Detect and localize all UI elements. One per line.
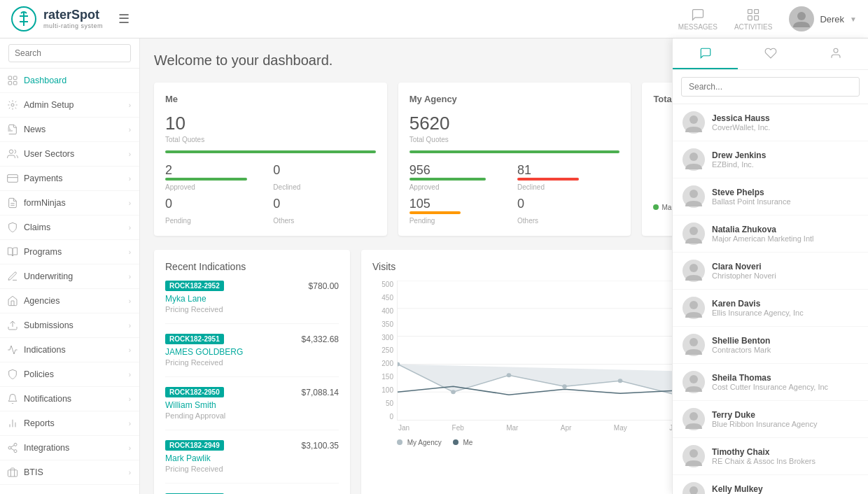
ind-badge[interactable]: ROCK182-2950 bbox=[165, 387, 224, 397]
top-right-actions: MESSAGES ACTIVITIES Derek bbox=[678, 6, 857, 31]
overlay-tab-quotes[interactable] bbox=[673, 38, 738, 69]
ind-name[interactable]: JAMES GOLDBERG bbox=[165, 347, 339, 357]
sidebar-item-policies[interactable]: Policies › bbox=[0, 362, 139, 387]
contact-name: Sheila Thomas bbox=[712, 373, 828, 383]
contact-name: Natalia Zhukova bbox=[712, 225, 814, 234]
overlay-contact-item[interactable]: Drew Jenkins EZBind, Inc. bbox=[673, 141, 868, 178]
agency-others-num: 0 bbox=[517, 197, 620, 211]
chevron-icon-admin-setup: › bbox=[129, 101, 131, 109]
sidebar-item-dashboard[interactable]: Dashboard bbox=[0, 69, 139, 93]
overlay-contact-item[interactable]: Steve Phelps Ballast Point Insurance bbox=[673, 178, 868, 216]
sidebar-item-submissions[interactable]: Submissions › bbox=[0, 313, 139, 338]
contact-company: Cost Cutter Insurance Agency, Inc bbox=[712, 383, 828, 391]
me-declined-lbl: Declined bbox=[273, 183, 375, 191]
sidebar-item-btis[interactable]: BTIS › bbox=[0, 460, 139, 485]
agency-approved-lbl: Approved bbox=[410, 183, 512, 191]
policies-icon bbox=[7, 369, 18, 380]
overlay-contact-item[interactable]: Timothy Chaix RE Chaix & Assoc Ins Broke… bbox=[673, 438, 868, 475]
svg-line-23 bbox=[11, 449, 15, 451]
contact-name: Clara Noveri bbox=[712, 262, 776, 271]
overlay-contact-item[interactable]: Shellie Benton Contractors Mark bbox=[673, 327, 868, 364]
svg-point-51 bbox=[690, 412, 698, 421]
me-declined: 0 Declined bbox=[273, 163, 375, 191]
svg-point-5 bbox=[797, 12, 806, 20]
contact-info: Timothy Chaix RE Chaix & Assoc Ins Broke… bbox=[712, 447, 816, 465]
user-menu[interactable]: Derek ▼ bbox=[789, 6, 857, 31]
programs-icon bbox=[7, 246, 18, 257]
me-total-bar bbox=[165, 150, 376, 153]
sidebar-item-programs[interactable]: Programs › bbox=[0, 240, 139, 264]
overlay-contact-item[interactable]: Kelly Mulkey Hoosier Insurance And Finan… bbox=[673, 475, 868, 494]
contact-info: Karen Davis Ellis Insurance Agency, Inc bbox=[712, 299, 804, 317]
overlay-contact-item[interactable]: Karen Davis Ellis Insurance Agency, Inc bbox=[673, 290, 868, 327]
sidebar-item-formninjas[interactable]: formNinjas › bbox=[0, 191, 139, 216]
sidebar-search-input[interactable] bbox=[8, 44, 131, 62]
indications-title: Recent Indications bbox=[165, 261, 339, 272]
grid-icon bbox=[7, 75, 18, 86]
ind-name[interactable]: Mark Pawlik bbox=[165, 453, 339, 463]
sidebar: Dashboard Admin Setup › News › User Sect… bbox=[0, 38, 140, 494]
sidebar-item-reports[interactable]: Reports › bbox=[0, 411, 139, 436]
overlay-tab-users[interactable] bbox=[803, 38, 868, 69]
indication-item: ROCK182-2949 $3,100.35 Mark Pawlik Prici… bbox=[165, 440, 339, 484]
svg-rect-9 bbox=[13, 81, 17, 85]
overlay-tab-favorites[interactable] bbox=[738, 38, 803, 69]
svg-line-24 bbox=[11, 445, 15, 447]
overlay-contact-item[interactable]: Terry Duke Blue Ribbon Insurance Agency bbox=[673, 401, 868, 438]
ind-status: Pricing Received bbox=[165, 465, 339, 473]
sidebar-item-notifications[interactable]: Notifications › bbox=[0, 387, 139, 411]
ind-badge[interactable]: ROCK182-2952 bbox=[165, 281, 224, 291]
svg-rect-12 bbox=[8, 175, 18, 183]
me-approved-bar bbox=[165, 178, 247, 181]
ind-badge[interactable]: ROCK182-2949 bbox=[165, 440, 224, 451]
agency-declined-bar bbox=[517, 178, 579, 181]
sidebar-item-user-sectors[interactable]: User Sectors › bbox=[0, 142, 139, 167]
ind-name[interactable]: Myka Lane bbox=[165, 294, 339, 304]
svg-point-47 bbox=[690, 264, 698, 272]
agency-pending-bar bbox=[410, 211, 461, 214]
contact-avatar bbox=[682, 408, 705, 430]
sidebar-label-btis: BTIS bbox=[24, 467, 43, 477]
sidebar-item-payments[interactable]: Payments › bbox=[0, 167, 139, 191]
contact-company: Ballast Point Insurance bbox=[712, 197, 791, 206]
hamburger-menu[interactable]: ☰ bbox=[118, 11, 130, 27]
me-pending-lbl: Pending bbox=[165, 217, 267, 225]
overlay-contact-item[interactable]: Natalia Zhukova Major American Marketing… bbox=[673, 216, 868, 253]
sidebar-item-agencies[interactable]: Agencies › bbox=[0, 289, 139, 313]
sidebar-label-reports: Reports bbox=[24, 418, 55, 428]
overlay-contact-item[interactable]: Clara Noveri Christopher Noveri bbox=[673, 253, 868, 290]
ind-badge[interactable]: ROCK182-2951 bbox=[165, 334, 224, 344]
agency-total-quotes: 5620 bbox=[410, 113, 620, 134]
users-icon bbox=[7, 148, 18, 160]
ind-name[interactable]: William Smith bbox=[165, 400, 339, 410]
y-axis-label: 500 bbox=[382, 281, 393, 288]
activities-button[interactable]: ACTIVITIES bbox=[734, 8, 772, 31]
overlay-contact-item[interactable]: Sheila Thomas Cost Cutter Insurance Agen… bbox=[673, 364, 868, 401]
sidebar-item-underwriting[interactable]: Underwriting › bbox=[0, 264, 139, 289]
svg-point-34 bbox=[451, 390, 456, 394]
sidebar-item-news[interactable]: News › bbox=[0, 118, 139, 142]
overlay-search-input[interactable] bbox=[681, 77, 860, 97]
overlay-panel: Jessica Hauss CoverWallet, Inc. Drew Jen… bbox=[672, 38, 868, 494]
sidebar-item-indications[interactable]: Indications › bbox=[0, 338, 139, 362]
messages-button[interactable]: MESSAGES bbox=[678, 8, 718, 31]
sidebar-label-policies: Policies bbox=[24, 369, 54, 379]
x-axis-label: Jan bbox=[398, 424, 410, 432]
sidebar-label-notifications: Notifications bbox=[24, 394, 71, 404]
sidebar-item-admin-setup[interactable]: Admin Setup › bbox=[0, 93, 139, 118]
agency-card: My Agency 5620 Total Quotes 956 Approved… bbox=[398, 83, 631, 236]
indications-icon bbox=[7, 344, 18, 355]
contact-avatar bbox=[682, 185, 705, 208]
agency-declined-num: 81 bbox=[517, 163, 620, 178]
contact-company: Christopher Noveri bbox=[712, 271, 776, 280]
chevron-icon-user-sectors: › bbox=[129, 150, 131, 158]
sidebar-label-agencies: Agencies bbox=[24, 296, 59, 306]
contact-company: CoverWallet, Inc. bbox=[712, 123, 770, 132]
contact-name: Kelly Mulkey bbox=[712, 484, 855, 494]
sidebar-item-claims[interactable]: Claims › bbox=[0, 216, 139, 240]
y-axis-label: 450 bbox=[382, 294, 393, 302]
sidebar-item-integrations[interactable]: Integrations › bbox=[0, 436, 139, 460]
overlay-contact-item[interactable]: Jessica Hauss CoverWallet, Inc. bbox=[673, 104, 868, 141]
svg-point-35 bbox=[507, 373, 512, 377]
chevron-icon-submissions: › bbox=[129, 322, 131, 330]
